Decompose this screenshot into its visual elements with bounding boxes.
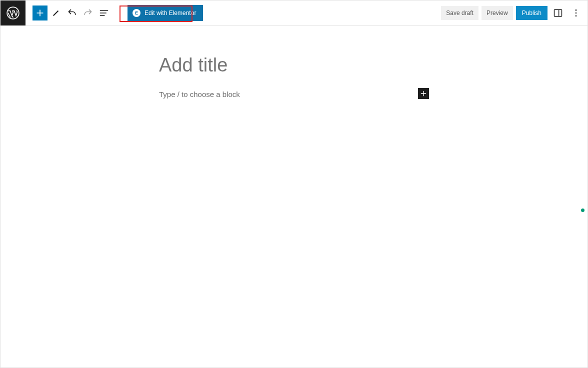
wordpress-logo-button[interactable] — [0, 0, 26, 26]
publish-button[interactable]: Publish — [516, 6, 548, 20]
more-options-button[interactable] — [568, 6, 584, 20]
svg-rect-1 — [554, 10, 562, 16]
redo-button[interactable] — [80, 6, 96, 20]
undo-icon — [67, 8, 77, 18]
plus-icon — [35, 8, 45, 18]
svg-point-4 — [576, 12, 577, 14]
editor-canvas: Type / to choose a block — [0, 26, 588, 98]
toolbar-left-group: E Edit with Elementor — [32, 5, 203, 21]
toolbar-right-group: Save draft Preview Publish — [441, 6, 584, 20]
save-draft-button[interactable]: Save draft — [441, 6, 478, 20]
redo-icon — [83, 8, 93, 18]
editor-content: Type / to choose a block — [159, 54, 429, 98]
document-overview-button[interactable] — [96, 6, 112, 20]
add-block-button[interactable] — [32, 6, 48, 20]
undo-button[interactable] — [64, 6, 80, 20]
elementor-button-label: Edit with Elementor — [144, 10, 196, 16]
inline-add-block-button[interactable] — [418, 88, 429, 99]
sidebar-panel-icon — [553, 8, 563, 18]
edit-mode-button[interactable] — [48, 6, 64, 20]
settings-panel-toggle[interactable] — [550, 6, 566, 20]
status-indicator-dot — [581, 208, 584, 212]
post-title-input[interactable] — [159, 54, 429, 76]
edit-with-elementor-button[interactable]: E Edit with Elementor — [128, 5, 203, 21]
wordpress-icon — [6, 6, 20, 20]
svg-point-5 — [576, 15, 577, 16]
preview-button[interactable]: Preview — [482, 6, 513, 20]
block-prompt-text[interactable]: Type / to choose a block — [159, 90, 429, 98]
pencil-icon — [52, 8, 60, 18]
elementor-icon: E — [132, 9, 140, 17]
svg-point-3 — [576, 9, 577, 10]
list-icon — [99, 8, 109, 18]
plus-icon — [420, 90, 428, 98]
more-vertical-icon — [571, 8, 581, 18]
editor-toolbar: E Edit with Elementor Save draft Preview… — [0, 0, 588, 26]
